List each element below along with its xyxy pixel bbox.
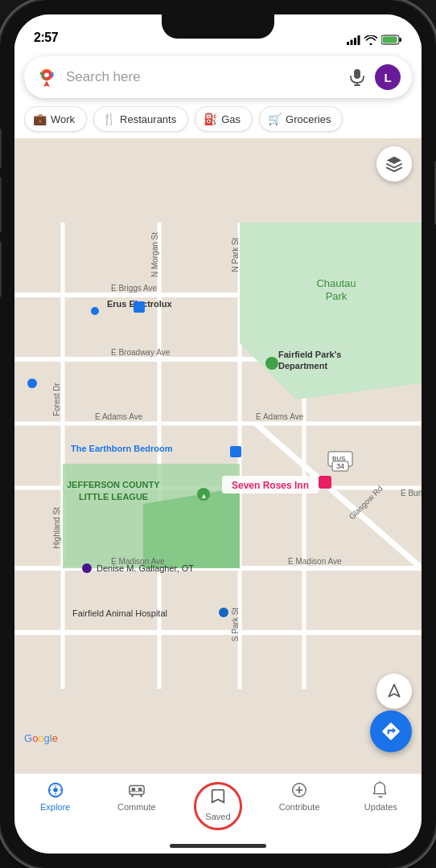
work-icon: 💼 bbox=[33, 113, 47, 125]
chip-groceries-label: Groceries bbox=[286, 113, 331, 125]
notch bbox=[162, 14, 274, 39]
status-icons bbox=[347, 35, 402, 45]
directions-icon bbox=[380, 721, 401, 742]
svg-point-41 bbox=[91, 307, 99, 315]
svg-rect-66 bbox=[130, 786, 144, 795]
layers-button[interactable] bbox=[376, 146, 412, 182]
chip-restaurants[interactable]: 🍴 Restaurants bbox=[93, 106, 188, 132]
svg-text:E Madison Ave: E Madison Ave bbox=[288, 557, 342, 566]
svg-text:E Adams Ave: E Adams Ave bbox=[256, 412, 304, 421]
svg-text:S Park St: S Park St bbox=[231, 608, 240, 641]
svg-text:N Morgan St: N Morgan St bbox=[150, 232, 159, 277]
svg-text:LITTLE LEAGUE: LITTLE LEAGUE bbox=[79, 492, 148, 502]
explore-icon bbox=[46, 780, 65, 800]
svg-rect-2 bbox=[354, 38, 356, 45]
volume-up-button bbox=[0, 177, 2, 233]
google-logo: Google bbox=[24, 732, 58, 744]
svg-rect-52 bbox=[319, 476, 331, 489]
svg-point-64 bbox=[27, 379, 37, 388]
svg-text:▲: ▲ bbox=[200, 492, 208, 500]
svg-point-8 bbox=[44, 72, 49, 77]
svg-text:Fairfield Animal Hospital: Fairfield Animal Hospital bbox=[72, 608, 167, 618]
volume-down-button bbox=[0, 241, 2, 297]
svg-rect-3 bbox=[358, 35, 360, 45]
svg-point-53 bbox=[265, 357, 278, 370]
svg-text:E Broadway Ave: E Broadway Ave bbox=[111, 348, 171, 357]
svg-text:The Earthborn Bedroom: The Earthborn Bedroom bbox=[71, 444, 173, 453]
chip-work-label: Work bbox=[51, 113, 75, 125]
explore-label: Explore bbox=[40, 802, 70, 812]
chip-groceries[interactable]: 🛒 Groceries bbox=[259, 106, 343, 132]
updates-label: Updates bbox=[364, 802, 397, 812]
search-area: Search here L bbox=[14, 50, 422, 106]
search-input[interactable]: Search here bbox=[66, 69, 339, 85]
gas-icon: ⛽ bbox=[204, 113, 217, 125]
svg-rect-5 bbox=[400, 38, 402, 42]
svg-text:Department: Department bbox=[278, 361, 327, 371]
phone-screen: 2:57 bbox=[14, 14, 422, 854]
svg-point-65 bbox=[53, 788, 58, 792]
contribute-label: Contribute bbox=[279, 802, 320, 812]
commute-icon bbox=[127, 780, 146, 800]
layers-icon bbox=[385, 155, 403, 173]
bottom-nav: Explore Commute bbox=[14, 773, 422, 837]
nav-commute[interactable]: Commute bbox=[113, 780, 161, 812]
svg-point-60 bbox=[82, 563, 92, 573]
navigation-button[interactable] bbox=[376, 674, 412, 709]
battery-icon bbox=[381, 35, 402, 45]
commute-label: Commute bbox=[117, 802, 156, 812]
svg-point-69 bbox=[131, 795, 134, 797]
svg-rect-45 bbox=[230, 446, 241, 457]
svg-rect-67 bbox=[131, 788, 135, 791]
saved-highlight bbox=[194, 782, 242, 830]
chip-work[interactable]: 💼 Work bbox=[24, 106, 87, 132]
status-time: 2:57 bbox=[34, 31, 58, 45]
directions-button[interactable] bbox=[370, 710, 412, 752]
svg-text:Chautau: Chautau bbox=[316, 277, 356, 289]
svg-rect-1 bbox=[351, 39, 353, 45]
groceries-icon: 🛒 bbox=[268, 113, 282, 125]
filter-chips: 💼 Work 🍴 Restaurants ⛽ Gas 🛒 Groceries bbox=[14, 106, 422, 138]
svg-point-63 bbox=[219, 608, 228, 617]
svg-text:Denise M. Gallagher, OT: Denise M. Gallagher, OT bbox=[97, 563, 194, 573]
search-bar[interactable]: Search here L bbox=[24, 56, 412, 98]
silent-button bbox=[0, 129, 2, 169]
svg-text:E Burling: E Burling bbox=[401, 489, 422, 497]
map: Chautau Park E Briggs Ave E Broadway Ave… bbox=[14, 138, 422, 773]
svg-text:JEFFERSON COUNTY: JEFFERSON COUNTY bbox=[67, 480, 160, 489]
nav-saved[interactable]: Saved bbox=[194, 780, 242, 821]
home-indicator bbox=[14, 837, 422, 854]
svg-text:Forest Dr: Forest Dr bbox=[52, 382, 61, 416]
restaurants-icon: 🍴 bbox=[102, 113, 116, 125]
svg-text:Highland St: Highland St bbox=[52, 507, 61, 549]
map-container[interactable]: Chautau Park E Briggs Ave E Broadway Ave… bbox=[14, 138, 422, 773]
svg-text:N Park St: N Park St bbox=[231, 237, 240, 272]
svg-rect-9 bbox=[354, 69, 360, 79]
svg-text:Seven Roses Inn: Seven Roses Inn bbox=[232, 480, 309, 491]
navigation-arrow-icon bbox=[386, 683, 402, 699]
signal-icon bbox=[347, 35, 360, 45]
microphone-icon[interactable] bbox=[348, 68, 367, 87]
nav-explore[interactable]: Explore bbox=[31, 780, 80, 812]
contribute-icon bbox=[290, 780, 309, 800]
chip-gas-label: Gas bbox=[221, 113, 241, 125]
svg-point-70 bbox=[140, 795, 142, 797]
svg-rect-68 bbox=[138, 788, 142, 791]
chip-restaurants-label: Restaurants bbox=[120, 113, 176, 125]
maps-logo-icon bbox=[35, 66, 58, 88]
home-bar bbox=[170, 844, 266, 848]
user-avatar[interactable]: L bbox=[375, 64, 401, 90]
svg-text:E Briggs Ave: E Briggs Ave bbox=[111, 284, 158, 293]
svg-text:Park: Park bbox=[326, 290, 348, 302]
svg-text:Fairfield Park's: Fairfield Park's bbox=[278, 350, 341, 359]
svg-rect-0 bbox=[347, 42, 349, 45]
nav-updates[interactable]: Updates bbox=[356, 780, 405, 812]
wifi-icon bbox=[364, 35, 377, 45]
phone-frame: 2:57 bbox=[0, 0, 436, 868]
updates-icon bbox=[371, 780, 390, 800]
nav-contribute[interactable]: Contribute bbox=[275, 780, 323, 812]
svg-rect-43 bbox=[134, 301, 145, 313]
svg-text:34: 34 bbox=[336, 462, 344, 470]
chip-gas[interactable]: ⛽ Gas bbox=[195, 106, 253, 132]
svg-rect-6 bbox=[383, 37, 397, 43]
